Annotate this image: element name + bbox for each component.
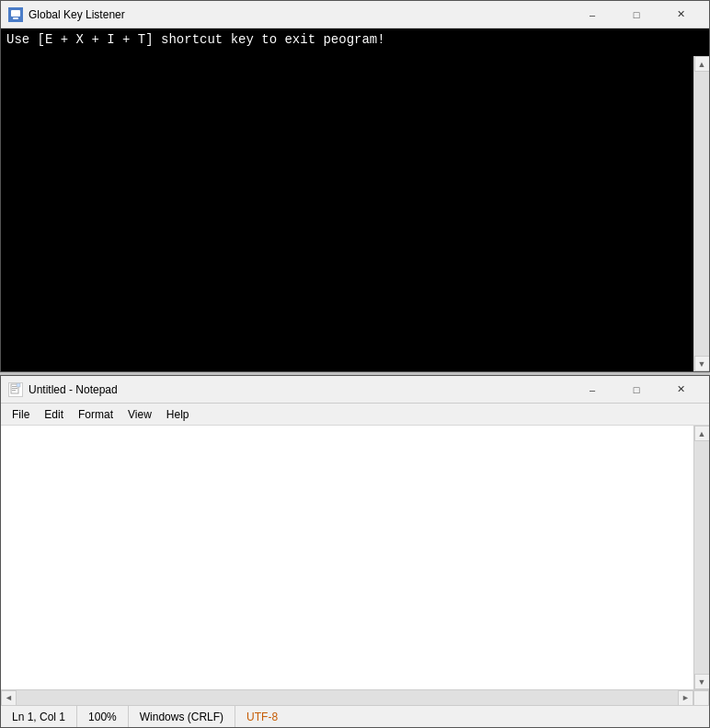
notepad-scroll-up-button[interactable]: ▲	[694, 426, 710, 441]
notepad-scroll-left-button[interactable]: ◄	[1, 690, 17, 706]
notepad-editor[interactable]	[1, 426, 693, 689]
glk-terminal-text: Use [E + X + I + T] shortcut key to exit…	[6, 32, 385, 47]
notepad-body: ▲ ▼	[1, 426, 709, 689]
glk-scroll-track[interactable]	[694, 72, 709, 356]
glk-window-controls: – □ ✕	[571, 1, 702, 28]
status-encoding: UTF-8	[235, 706, 289, 727]
glk-scroll-down-button[interactable]: ▼	[694, 356, 710, 371]
scrollbar-corner	[693, 690, 709, 706]
notepad-menubar: File Edit Format View Help	[1, 404, 709, 426]
notepad-scroll-track-v[interactable]	[694, 441, 709, 674]
menu-file[interactable]: File	[5, 406, 37, 423]
svg-rect-1	[11, 10, 20, 17]
glk-minimize-button[interactable]: –	[571, 1, 613, 28]
glk-app-icon	[8, 7, 23, 22]
svg-rect-6	[12, 388, 17, 389]
glk-titlebar: Global Key Listener – □ ✕	[1, 1, 709, 28]
menu-edit[interactable]: Edit	[37, 406, 71, 423]
notepad-scroll-track-h[interactable]	[17, 690, 678, 705]
notepad-title: Untitled - Notepad	[29, 383, 118, 396]
menu-format[interactable]: Format	[71, 406, 120, 423]
notepad-scroll-down-button[interactable]: ▼	[694, 674, 710, 689]
menu-view[interactable]: View	[120, 406, 159, 423]
notepad-scroll-right-button[interactable]: ►	[678, 690, 693, 706]
svg-rect-8	[17, 383, 20, 387]
status-position: Ln 1, Col 1	[1, 706, 77, 727]
notepad-maximize-button[interactable]: □	[615, 376, 658, 404]
global-key-listener-window: Global Key Listener – □ ✕ Use [E + X + I…	[0, 0, 710, 372]
notepad-vertical-scrollbar: ▲ ▼	[693, 426, 709, 689]
notepad-window: Untitled - Notepad – □ ✕ File Edit Forma…	[0, 375, 710, 728]
glk-vertical-scrollbar: ▲ ▼	[693, 56, 709, 371]
notepad-statusbar: Ln 1, Col 1 100% Windows (CRLF) UTF-8	[1, 705, 709, 727]
glk-terminal-content: Use [E + X + I + T] shortcut key to exit…	[1, 28, 709, 371]
glk-scroll-up-button[interactable]: ▲	[694, 56, 710, 72]
notepad-titlebar: Untitled - Notepad – □ ✕	[1, 376, 709, 404]
status-zoom: 100%	[77, 706, 129, 727]
notepad-titlebar-left: Untitled - Notepad	[8, 382, 118, 397]
svg-rect-7	[12, 390, 16, 391]
notepad-window-controls: – □ ✕	[571, 376, 702, 404]
glk-close-button[interactable]: ✕	[659, 1, 702, 28]
glk-title: Global Key Listener	[29, 8, 125, 21]
notepad-close-button[interactable]: ✕	[659, 376, 702, 404]
status-line-ending: Windows (CRLF)	[129, 706, 235, 727]
notepad-horizontal-scrollbar: ◄ ►	[1, 689, 709, 705]
notepad-minimize-button[interactable]: –	[571, 376, 613, 404]
svg-rect-2	[13, 17, 18, 19]
notepad-app-icon	[8, 382, 23, 397]
menu-help[interactable]: Help	[159, 406, 197, 423]
glk-titlebar-left: Global Key Listener	[8, 7, 125, 22]
glk-maximize-button[interactable]: □	[615, 1, 658, 28]
